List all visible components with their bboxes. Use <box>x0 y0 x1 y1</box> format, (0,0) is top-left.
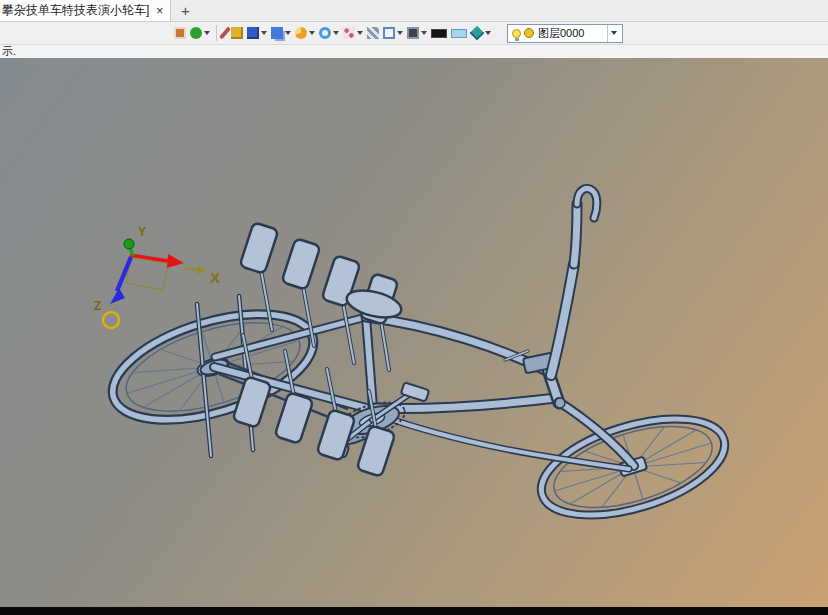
layer-visibility-bulb-icon[interactable] <box>512 29 521 38</box>
layer-combo-dropdown-button[interactable] <box>607 25 620 42</box>
blue-swatch-icon[interactable] <box>449 23 469 43</box>
pen-icon[interactable] <box>221 23 229 43</box>
shaded-view-icon[interactable] <box>469 23 493 43</box>
assembly-boxes-glyph <box>271 27 283 39</box>
dropdown-caret[interactable] <box>285 31 291 35</box>
yellow-cube-glyph <box>231 27 243 39</box>
dropdown-caret[interactable] <box>204 31 210 35</box>
chevron-down-icon <box>611 31 617 35</box>
layer-combo[interactable]: 图层0000 <box>507 24 623 43</box>
layer-name-label: 图层0000 <box>538 26 607 41</box>
stipple-glyph <box>343 27 355 39</box>
axis-label-x: X <box>210 269 220 286</box>
taskbar-strip <box>0 607 828 615</box>
black-swatch-glyph <box>431 29 447 38</box>
highlight-ring <box>103 312 119 328</box>
zoom-icon[interactable] <box>317 23 341 43</box>
dropdown-caret[interactable] <box>261 31 267 35</box>
tab-active[interactable]: 攀杂技单车特技表演小轮车] × <box>0 0 171 21</box>
dropdown-caret[interactable] <box>421 31 427 35</box>
dropdown-caret[interactable] <box>485 31 491 35</box>
clipboard-glyph <box>174 27 186 39</box>
blue-cube-icon[interactable] <box>245 23 269 43</box>
pie-view-glyph <box>295 27 307 39</box>
axis-label-z: Z <box>94 299 101 313</box>
clipboard-icon[interactable] <box>172 23 188 43</box>
handlebar[interactable] <box>505 189 597 408</box>
black-swatch-icon[interactable] <box>429 23 449 43</box>
stipple-icon[interactable] <box>341 23 365 43</box>
blue-swatch-glyph <box>451 29 467 38</box>
zoom-glyph <box>319 27 331 39</box>
pie-view-icon[interactable] <box>293 23 317 43</box>
3d-viewport[interactable]: X Y Z <box>0 58 828 607</box>
tab-title: 攀杂技单车特技表演小轮车] <box>2 2 149 19</box>
blue-cube-glyph <box>247 27 259 39</box>
dropdown-caret[interactable] <box>309 31 315 35</box>
tab-bar: 攀杂技单车特技表演小轮车] × + <box>0 0 828 22</box>
prompt-strip: 示. <box>0 45 828 58</box>
axis-label-y: Y <box>138 225 146 239</box>
bicycle-model[interactable] <box>100 189 735 534</box>
viewport-canvas[interactable]: X Y Z <box>0 58 828 607</box>
toolbar-separator <box>216 25 217 41</box>
material-ball-glyph <box>190 27 202 39</box>
toolbar: 图层0000 <box>0 22 828 45</box>
dropdown-caret[interactable] <box>397 31 403 35</box>
coordinate-triad: X Y Z <box>94 225 220 328</box>
dropdown-caret[interactable] <box>333 31 339 35</box>
shaded-view-glyph <box>470 26 484 40</box>
assembly-boxes-icon[interactable] <box>269 23 293 43</box>
prompt-text: 示. <box>2 45 16 57</box>
texture-icon[interactable] <box>365 23 381 43</box>
dimension-glyph <box>383 27 395 39</box>
dropdown-caret[interactable] <box>357 31 363 35</box>
display-mode-glyph <box>407 27 419 39</box>
new-tab-button[interactable]: + <box>171 0 199 21</box>
tab-close-icon[interactable]: × <box>156 5 163 17</box>
layer-color-swatch <box>524 28 534 38</box>
display-mode-icon[interactable] <box>405 23 429 43</box>
texture-glyph <box>367 27 379 39</box>
dimension-icon[interactable] <box>381 23 405 43</box>
yellow-cube-icon[interactable] <box>229 23 245 43</box>
material-ball-icon[interactable] <box>188 23 212 43</box>
